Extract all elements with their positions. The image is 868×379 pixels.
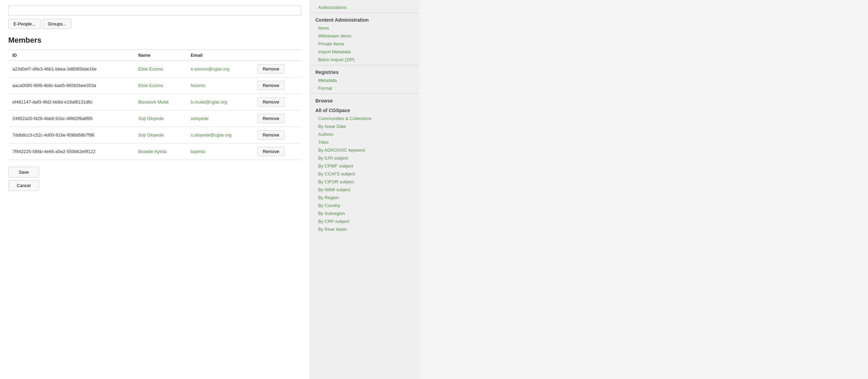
cell-name: Bizuwork Mulat: [134, 94, 187, 110]
epeople-button[interactable]: E-People...: [8, 19, 41, 29]
sidebar-link-communities[interactable]: Communities & Collections: [310, 115, 420, 122]
sidebar-registries-header: Registries: [310, 67, 420, 76]
cell-name: Elsie Ezomo: [134, 61, 187, 77]
sidebar-link-authorizations[interactable]: Authorizations: [310, 3, 420, 11]
sidebar-link-ccafs[interactable]: By CCAFS subject: [310, 170, 420, 178]
cell-id: aaca0085-96f9-4b8c-bad5-96592bee353a: [8, 77, 134, 94]
sidebar-divider-2: [310, 65, 420, 65]
sidebar-content-admin-header: Content Administration: [310, 14, 420, 24]
sidebar-link-subregion[interactable]: By Subregion: [310, 209, 420, 217]
remove-button-1[interactable]: Remove: [258, 81, 284, 90]
sidebar-link-river-basin[interactable]: By River basin: [310, 225, 420, 233]
cell-remove: Remove: [253, 127, 301, 143]
remove-button-3[interactable]: Remove: [258, 114, 284, 123]
cell-id: ef481147-daf3-4fd2-bb8d-e18af8131d8c: [8, 94, 134, 110]
sidebar-link-authors[interactable]: Authors: [310, 130, 420, 138]
table-header-row: ID Name Email: [8, 50, 301, 61]
cell-id: a23d0ef7-d9e3-46b1-bbea-3d8085bde16e: [8, 61, 134, 77]
sidebar-link-titles[interactable]: Titles: [310, 138, 420, 146]
sidebar-link-metadata[interactable]: Metadata: [310, 76, 420, 84]
col-id: ID: [8, 50, 134, 61]
cell-remove: Remove: [253, 94, 301, 110]
sidebar-browse-header: Browse: [310, 95, 420, 105]
cell-remove: Remove: [253, 77, 301, 94]
cell-email: e.ezomo@cgiar.org: [187, 61, 253, 77]
sidebar-link-batch-import[interactable]: Batch Import (ZIP): [310, 56, 420, 64]
table-row: 7f942225-586b-4e66-a5e2-550b62e9f122Bose…: [8, 143, 301, 160]
main-content: E-People... Groups... Members ID Name Em…: [0, 0, 310, 379]
cell-email: fezomo: [187, 77, 253, 94]
cell-remove: Remove: [253, 110, 301, 127]
sidebar-link-items[interactable]: Items: [310, 24, 420, 32]
members-table: ID Name Email a23d0ef7-d9e3-46b1-bbea-3d…: [8, 50, 301, 160]
members-title: Members: [8, 36, 301, 45]
table-row: a23d0ef7-d9e3-46b1-bbea-3d8085bde16eElsi…: [8, 61, 301, 77]
sidebar-link-agrovoc[interactable]: By AGROVOC keyword: [310, 146, 420, 154]
col-action: [253, 50, 301, 61]
cell-id: 7ddb8cc3-c52c-4d00-916e-f698d68b7f96: [8, 127, 134, 143]
sidebar-link-country[interactable]: By Country: [310, 202, 420, 209]
remove-button-0[interactable]: Remove: [258, 64, 284, 74]
cell-email: bayinla: [187, 143, 253, 160]
sidebar-link-withdrawn-items[interactable]: Withdrawn Items: [310, 32, 420, 40]
sidebar-link-import-metadata[interactable]: Import Metadata: [310, 48, 420, 56]
save-button[interactable]: Save: [8, 167, 39, 177]
remove-button-5[interactable]: Remove: [258, 147, 284, 156]
sidebar-link-private-items[interactable]: Private Items: [310, 40, 420, 48]
search-input[interactable]: [8, 6, 301, 15]
cancel-button[interactable]: Cancel: [8, 180, 39, 191]
remove-button-2[interactable]: Remove: [258, 97, 284, 107]
sidebar: Authorizations Content Administration It…: [310, 0, 420, 379]
cell-name: Bosede Ayinla: [134, 143, 187, 160]
table-row: 24952a20-fd26-4bb8-91bc-4f862f9a8f85Soji…: [8, 110, 301, 127]
remove-button-4[interactable]: Remove: [258, 130, 284, 140]
table-row: ef481147-daf3-4fd2-bb8d-e18af8131d8cBizu…: [8, 94, 301, 110]
sidebar-link-region[interactable]: By Region: [310, 194, 420, 202]
sidebar-link-ilri[interactable]: By ILRI subject: [310, 154, 420, 162]
col-name: Name: [134, 50, 187, 61]
people-group-buttons: E-People... Groups...: [8, 19, 301, 29]
cell-name: Elsie Ezomo: [134, 77, 187, 94]
action-buttons: Save Cancel: [8, 167, 301, 191]
groups-button[interactable]: Groups...: [43, 19, 71, 29]
cell-email: b.mulat@cgiar.org: [187, 94, 253, 110]
cell-name: Soji Oloyede: [134, 110, 187, 127]
sidebar-link-format[interactable]: Format: [310, 84, 420, 92]
table-row: aaca0085-96f9-4b8c-bad5-96592bee353aElsi…: [8, 77, 301, 94]
sidebar-link-crp[interactable]: By CRP subject: [310, 217, 420, 225]
sidebar-browse-sub-header: All of CGSpace: [310, 105, 420, 115]
cell-id: 24952a20-fd26-4bb8-91bc-4f862f9a8f85: [8, 110, 134, 127]
cell-name: Soji Oloyede: [134, 127, 187, 143]
cell-email: soloyede: [187, 110, 253, 127]
cell-id: 7f942225-586b-4e66-a5e2-550b62e9f122: [8, 143, 134, 160]
sidebar-link-cifor[interactable]: By CIFOR subject: [310, 178, 420, 186]
sidebar-divider-3: [310, 94, 420, 94]
sidebar-link-iwmi[interactable]: By IWMI subject: [310, 186, 420, 194]
sidebar-link-by-issue-date[interactable]: By Issue Date: [310, 122, 420, 130]
cell-remove: Remove: [253, 61, 301, 77]
col-email: Email: [187, 50, 253, 61]
sidebar-link-cpwf[interactable]: By CPWF subject: [310, 162, 420, 170]
cell-remove: Remove: [253, 143, 301, 160]
sidebar-divider-1: [310, 13, 420, 13]
cell-email: s.oloyede@cgiar.org: [187, 127, 253, 143]
table-row: 7ddb8cc3-c52c-4d00-916e-f698d68b7f96Soji…: [8, 127, 301, 143]
